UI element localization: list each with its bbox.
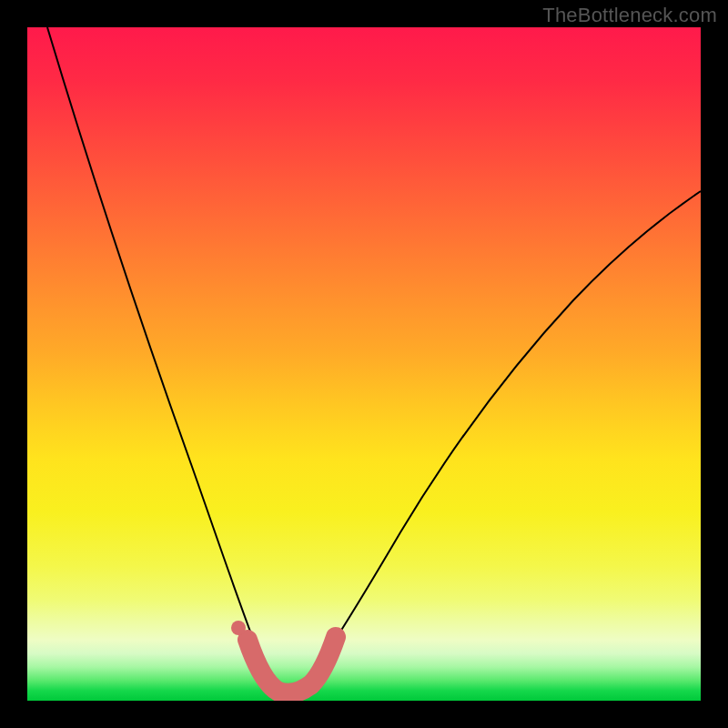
- bottleneck-curve-svg: [27, 27, 701, 701]
- curve-left-branch: [47, 27, 285, 694]
- chart-root: TheBottleneck.com: [0, 0, 728, 728]
- curve-right-branch: [298, 191, 701, 694]
- plot-area: [27, 27, 701, 701]
- watermark-text: TheBottleneck.com: [542, 4, 717, 27]
- optimal-dot-marker: [231, 621, 246, 635]
- optimal-band-marker: [248, 637, 336, 693]
